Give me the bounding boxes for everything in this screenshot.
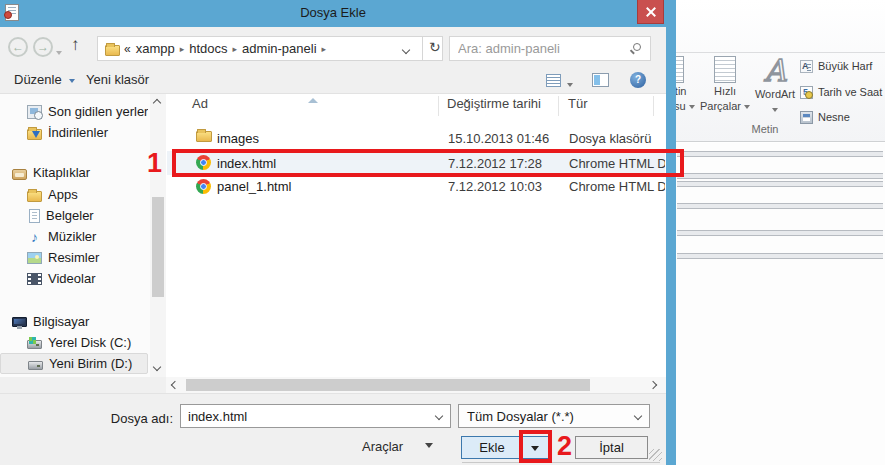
wordart-icon: A [748,56,802,86]
sidebar-item-documents[interactable]: Belgeler [0,205,148,226]
sidebar-item-pictures[interactable]: Resimler [0,247,148,268]
annotation-number-1: 1 [147,150,162,177]
close-button[interactable] [637,0,664,24]
sidebar-item-libraries[interactable]: Kitaplıklar [0,162,148,183]
local-disk-icon [27,340,42,349]
help-icon[interactable]: ? [630,72,646,88]
drop-cap-icon [800,60,813,73]
scrollbar-thumb[interactable] [152,197,164,297]
folder-icon [196,131,212,142]
chevron-down-icon [69,79,75,83]
scrollbar-thumb[interactable] [186,379,590,391]
date-time-icon [800,86,813,99]
breadcrumb-separator-icon: ▸ [233,44,238,54]
chevron-down-icon [567,83,573,87]
recent-places-icon [27,105,42,119]
file-row-images[interactable]: images 15.10.2013 01:46 Dosya klasörü [167,128,665,150]
dosya-ekle-dialog: Dosya Ekle ← → ↑ « xampp ▸ htdocs ▸ admi… [0,0,676,465]
libraries-icon [12,169,27,180]
navigation-pane: Son gidilen yerler İndirilenler Kitaplık… [0,94,150,377]
sidebar-scrollbar[interactable] [150,94,166,377]
up-button[interactable]: ↑ [71,35,80,55]
table-line [677,230,883,236]
breadcrumb-admin-paneli[interactable]: admin-paneli [242,41,316,56]
ribbon-group-metin-label: Metin [700,123,830,135]
folder-icon [27,191,42,202]
annotation-number-2: 2 [557,433,572,460]
annotation-box-2 [519,430,552,463]
divider [462,462,660,463]
search-input[interactable] [450,37,650,60]
filetype-combobox[interactable]: Tüm Dosyalar (*.*) [458,404,650,428]
tools-dropdown-icon[interactable] [425,443,433,448]
table-line [677,181,883,187]
sidebar-item-downloads[interactable]: İndirilenler [0,122,148,143]
address-bar[interactable]: « xampp ▸ htdocs ▸ admin-paneli ▸ ↻ [97,36,443,61]
folder-icon [105,45,120,56]
dialog-titlebar[interactable]: Dosya Ekle [0,0,666,27]
tools-button[interactable]: Araçlar [362,439,403,454]
column-divider[interactable] [558,96,559,116]
search-icon [633,43,641,51]
drop-cap-button[interactable]: Büyük Harf [800,57,872,75]
scroll-up-icon[interactable] [153,99,161,107]
sidebar-item-apps[interactable]: Apps [0,184,148,205]
sidebar-item-videos[interactable]: Videolar [0,268,148,289]
column-header-type[interactable]: Tür [568,96,588,111]
breadcrumb-separator-icon: ▸ [322,44,327,54]
screen: Metin Kutusu Hızlı Parçalar A WordArt Bü… [0,0,885,465]
quick-parts-icon [714,56,736,83]
views-dropdown[interactable] [567,76,573,91]
file-row-panel-1-html[interactable]: panel_1.html 7.12.2012 10:03 Chrome HTML… [167,176,665,198]
filetype-value: Tüm Dosyalar (*.*) [467,409,574,424]
chevron-down-icon [772,108,778,112]
documents-icon [29,209,40,223]
views-icon[interactable] [546,74,561,87]
column-divider[interactable] [653,96,654,116]
scroll-left-icon[interactable] [171,381,179,389]
breadcrumb-htdocs[interactable]: htdocs [189,41,227,56]
sidebar-item-recent-places[interactable]: Son gidilen yerler [0,101,148,122]
back-button[interactable]: ← [8,37,28,57]
sidebar-item-local-disk-c[interactable]: Yerel Disk (C:) [0,332,148,353]
computer-icon [12,317,27,327]
organize-button[interactable]: Düzenle [14,72,75,87]
sidebar-item-music[interactable]: ♪ Müzikler [0,226,148,247]
sidebar-item-computer[interactable]: Bilgisayar [0,311,148,332]
sort-ascending-icon [308,98,318,103]
quick-parts-button[interactable]: Hızlı Parçalar [698,56,752,113]
filename-label: Dosya adı: [100,411,173,426]
forward-button[interactable]: → [33,37,53,57]
search-box [449,36,651,61]
table-line [677,253,883,259]
address-dropdown-icon[interactable] [402,46,410,54]
breadcrumb-overflow[interactable]: « [124,42,131,56]
filename-input[interactable] [181,405,450,427]
new-folder-button[interactable]: Yeni klasör [86,72,149,87]
column-header-date[interactable]: Değiştirme tarihi [447,96,541,111]
resize-grip[interactable] [649,449,662,461]
date-time-button[interactable]: Tarih ve Saat [800,83,882,101]
column-header-name[interactable]: Ad [192,96,208,111]
wordart-label: WordArt [748,88,802,101]
refresh-button[interactable]: ↻ [429,39,444,55]
sidebar-item-new-volume-d[interactable]: Yeni Birim (D:) [0,353,148,374]
navigation-bar: ← → ↑ « xampp ▸ htdocs ▸ admin-paneli ▸ … [0,27,666,66]
scroll-down-icon[interactable] [153,363,161,371]
drop-cap-label: Büyük Harf [818,60,872,72]
pictures-icon [27,252,42,264]
breadcrumb-xampp[interactable]: xampp [136,41,175,56]
quick-parts-label-2: Parçalar [700,100,741,112]
table-line [677,173,883,179]
column-divider[interactable] [438,96,439,116]
chevron-down-icon [689,105,695,109]
wordart-button[interactable]: A WordArt [748,56,802,116]
drive-icon [28,361,43,370]
cancel-button[interactable]: İptal [575,436,648,459]
file-list: Ad Değiştirme tarihi Tür images 15.10.20… [166,94,666,377]
file-list-scrollbar[interactable] [166,377,666,393]
preview-pane-icon[interactable] [592,73,609,87]
recent-locations-dropdown[interactable] [56,44,62,59]
scroll-right-icon[interactable] [649,381,657,389]
downloads-icon [27,129,42,140]
